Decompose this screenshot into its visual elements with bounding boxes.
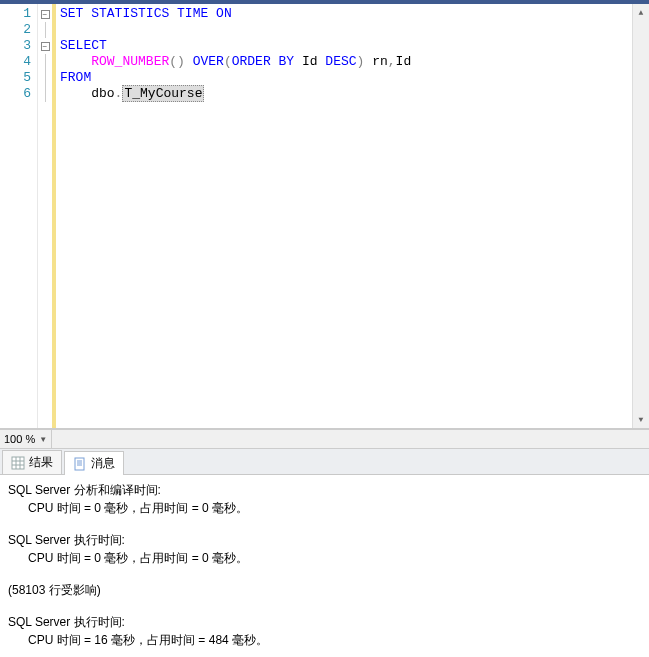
tab-messages-label: 消息	[91, 455, 115, 472]
token: ORDER	[232, 54, 271, 69]
zoom-level-select[interactable]: 100 % ▼	[0, 430, 52, 448]
line-number: 6	[0, 86, 35, 102]
line-number: 4	[0, 54, 35, 70]
token: STATISTICS	[91, 6, 169, 21]
scroll-up-icon[interactable]: ▲	[633, 4, 649, 21]
msg-line: CPU 时间 = 0 毫秒，占用时间 = 0 毫秒。	[8, 549, 641, 567]
line-number: 1	[0, 6, 35, 22]
svg-rect-5	[75, 458, 84, 470]
fold-guide	[45, 70, 46, 86]
blank-line	[8, 517, 641, 531]
msg-line: CPU 时间 = 16 毫秒，占用时间 = 484 毫秒。	[8, 631, 641, 649]
tab-results-label: 结果	[29, 454, 53, 471]
token: ()	[169, 54, 185, 69]
line-number: 3	[0, 38, 35, 54]
zoom-level-text: 100 %	[4, 433, 35, 445]
token: (	[224, 54, 232, 69]
editor-scrollbar[interactable]: ▲ ▼	[632, 4, 649, 428]
msg-line: CPU 时间 = 0 毫秒，占用时间 = 0 毫秒。	[8, 499, 641, 517]
sql-editor[interactable]: 123456 −− SET STATISTICS TIME ONSELECT R…	[0, 4, 649, 429]
token: Id	[396, 54, 412, 69]
token	[60, 54, 91, 69]
zoom-bar: 100 % ▼	[0, 429, 649, 449]
token: DESC	[325, 54, 356, 69]
results-tab-bar: 结果 消息	[0, 449, 649, 475]
fold-guide	[45, 22, 46, 38]
fold-cell	[38, 54, 52, 70]
token: OVER	[193, 54, 224, 69]
token: SET	[60, 6, 83, 21]
fold-cell	[38, 86, 52, 102]
fold-minus-icon[interactable]: −	[41, 10, 50, 19]
token: Id	[294, 54, 325, 69]
scroll-track[interactable]	[633, 21, 649, 411]
token: ON	[216, 6, 232, 21]
code-area[interactable]: SET STATISTICS TIME ONSELECT ROW_NUMBER(…	[56, 4, 649, 428]
token: BY	[279, 54, 295, 69]
scroll-down-icon[interactable]: ▼	[633, 411, 649, 428]
token	[169, 6, 177, 21]
blank-line	[8, 599, 641, 613]
code-line[interactable]: FROM	[60, 70, 645, 86]
fold-cell	[38, 22, 52, 38]
fold-guide	[45, 86, 46, 102]
fold-minus-icon[interactable]: −	[41, 42, 50, 51]
code-line[interactable]: SELECT	[60, 38, 645, 54]
fold-cell[interactable]: −	[38, 38, 52, 54]
token: dbo	[60, 86, 115, 101]
grid-icon	[11, 456, 25, 470]
msg-line: SQL Server 分析和编译时间:	[8, 481, 641, 499]
code-fold-column[interactable]: −−	[38, 4, 52, 428]
messages-output[interactable]: SQL Server 分析和编译时间: CPU 时间 = 0 毫秒，占用时间 =…	[0, 475, 649, 657]
token: FROM	[60, 70, 91, 85]
document-icon	[73, 457, 87, 471]
code-line[interactable]: dbo.T_MyCourse	[60, 86, 645, 102]
line-number: 2	[0, 22, 35, 38]
fold-cell[interactable]: −	[38, 6, 52, 22]
code-line[interactable]: SET STATISTICS TIME ON	[60, 6, 645, 22]
tab-messages[interactable]: 消息	[64, 451, 124, 475]
msg-line: SQL Server 执行时间:	[8, 531, 641, 549]
token: ROW_NUMBER	[91, 54, 169, 69]
fold-cell	[38, 70, 52, 86]
token: T_MyCourse	[122, 85, 204, 102]
fold-guide	[45, 54, 46, 70]
token: ,	[388, 54, 396, 69]
token	[185, 54, 193, 69]
line-number-gutter: 123456	[0, 4, 38, 428]
blank-line	[8, 567, 641, 581]
token: SELECT	[60, 38, 107, 53]
code-line[interactable]: ROW_NUMBER() OVER(ORDER BY Id DESC) rn,I…	[60, 54, 645, 70]
msg-line: SQL Server 执行时间:	[8, 613, 641, 631]
token	[208, 6, 216, 21]
code-line[interactable]	[60, 22, 645, 38]
msg-line: (58103 行受影响)	[8, 581, 641, 599]
chevron-down-icon: ▼	[39, 435, 47, 444]
line-number: 5	[0, 70, 35, 86]
token: TIME	[177, 6, 208, 21]
svg-rect-0	[12, 457, 24, 469]
token	[271, 54, 279, 69]
tab-results[interactable]: 结果	[2, 450, 62, 474]
token: rn	[364, 54, 387, 69]
